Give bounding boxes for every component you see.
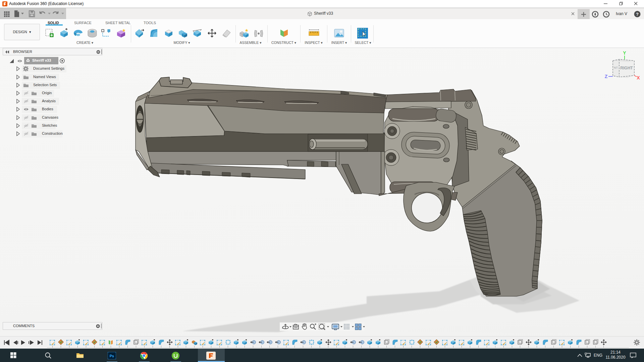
- svg-text:Z: Z: [605, 74, 608, 79]
- svg-text:RIGHT: RIGHT: [620, 66, 633, 70]
- svg-text:NT: NT: [614, 66, 618, 69]
- svg-text:X: X: [637, 75, 640, 80]
- svg-text:Ps: Ps: [110, 354, 114, 358]
- svg-text:Y: Y: [623, 50, 626, 56]
- svg-text:?: ?: [636, 12, 639, 17]
